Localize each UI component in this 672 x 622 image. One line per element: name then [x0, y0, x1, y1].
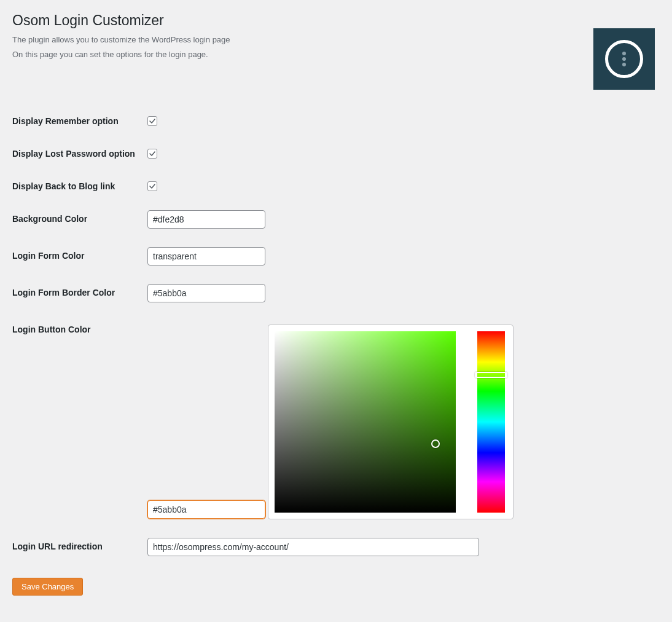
field-login-url-redirection: Login URL redirection — [12, 529, 660, 565]
checkbox-lost-password[interactable] — [147, 149, 157, 159]
checkbox-back-to-blog[interactable] — [147, 181, 157, 191]
input-background-color[interactable] — [147, 210, 265, 229]
logo-circle-icon — [605, 40, 643, 78]
checkbox-remember[interactable] — [147, 116, 157, 126]
logo-dot-icon — [622, 52, 626, 55]
field-back-to-blog: Display Back to Blog link — [12, 168, 660, 201]
label-remember: Display Remember option — [12, 112, 147, 126]
check-icon — [149, 150, 156, 157]
saturation-area[interactable] — [275, 331, 456, 513]
input-login-button-color[interactable] — [147, 500, 265, 519]
plugin-logo — [593, 28, 655, 90]
input-login-form-border-color[interactable] — [147, 284, 265, 302]
hue-cursor-icon[interactable] — [475, 372, 507, 378]
check-icon — [149, 117, 156, 125]
field-login-form-border-color: Login Form Border Color — [12, 275, 660, 312]
field-login-form-color: Login Form Color — [12, 238, 660, 275]
field-background-color: Background Color — [12, 201, 660, 238]
field-login-button-color: Login Button Color — [12, 312, 660, 529]
logo-dot-icon — [622, 57, 626, 61]
label-back-to-blog: Display Back to Blog link — [12, 178, 147, 191]
save-button[interactable]: Save Changes — [12, 578, 83, 596]
settings-form: Display Remember option Display Lost Pas… — [12, 103, 660, 565]
saturation-cursor-icon[interactable] — [431, 439, 440, 448]
label-background-color: Background Color — [12, 210, 147, 224]
color-picker — [268, 325, 514, 519]
page-title: Osom Login Customizer — [12, 12, 660, 29]
check-icon — [149, 183, 156, 190]
logo-dot-icon — [622, 63, 626, 66]
description-line-2: On this page you can set the options for… — [12, 49, 660, 61]
field-lost-password: Display Lost Password option — [12, 136, 660, 168]
label-login-button-color: Login Button Color — [12, 321, 147, 334]
label-login-form-color: Login Form Color — [12, 247, 147, 261]
input-login-form-color[interactable] — [147, 247, 265, 266]
label-login-url-redirection: Login URL redirection — [12, 538, 147, 551]
field-remember: Display Remember option — [12, 103, 660, 136]
hue-slider[interactable] — [477, 331, 505, 513]
label-lost-password: Display Lost Password option — [12, 145, 147, 159]
description-line-1: The plugin allows you to customize the W… — [12, 34, 660, 46]
input-login-url-redirection[interactable] — [147, 538, 479, 556]
label-login-form-border-color: Login Form Border Color — [12, 284, 147, 297]
